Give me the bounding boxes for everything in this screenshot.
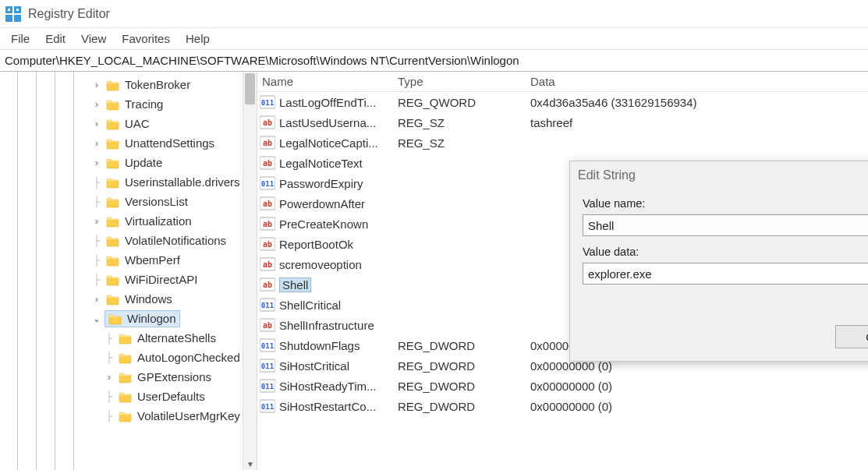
- tree-item-label: AlternateShells: [137, 331, 216, 345]
- tree-item[interactable]: ├WiFiDirectAPI: [86, 270, 257, 289]
- chevron-right-icon[interactable]: ›: [90, 216, 103, 227]
- tree-item[interactable]: ›UAC: [86, 114, 257, 133]
- tree-item[interactable]: ├AlternateShells: [86, 328, 257, 348]
- reg-string-icon: [259, 155, 276, 171]
- folder-icon: [106, 156, 120, 170]
- value-type: REG_DWORD: [398, 400, 530, 413]
- folder-icon: [106, 273, 120, 287]
- value-data: 0x00000000 (0): [530, 400, 868, 413]
- menu-file[interactable]: File: [5, 30, 36, 47]
- list-row[interactable]: LegalNoticeCapti...REG_SZ: [257, 133, 868, 153]
- tree-item-label: VolatileUserMgrKey: [137, 409, 240, 422]
- value-type: REG_DWORD: [398, 380, 530, 393]
- address-bar[interactable]: Computer\HKEY_LOCAL_MACHINE\SOFTWARE\Mic…: [0, 50, 868, 72]
- value-name-input[interactable]: [583, 214, 868, 236]
- reg-string-icon: [259, 216, 276, 231]
- tree-item[interactable]: ›Windows: [86, 289, 257, 309]
- folder-icon: [106, 214, 120, 228]
- chevron-down-icon[interactable]: ⌄: [90, 313, 103, 324]
- chevron-right-icon[interactable]: ›: [90, 138, 103, 149]
- tree-item-label: WbemPerf: [125, 253, 180, 267]
- tree-item[interactable]: ├VersionsList: [86, 192, 257, 211]
- tree-item[interactable]: ├UserDefaults: [86, 387, 257, 406]
- list-row[interactable]: LastUsedUserna...REG_SZtashreef: [257, 112, 868, 133]
- tree-item-label: UnattendSettings: [125, 136, 214, 150]
- tree-connector-icon: ├: [103, 352, 115, 363]
- value-type: REG_SZ: [398, 136, 530, 150]
- app-title: Registry Editor: [28, 7, 110, 21]
- list-row[interactable]: SiHostReadyTim...REG_DWORD0x00000000 (0): [257, 376, 868, 396]
- tree-item-label: Windows: [125, 292, 172, 306]
- tree-item[interactable]: ›Update: [86, 153, 257, 172]
- tree-item[interactable]: ⌄Winlogon: [86, 309, 257, 328]
- menu-edit[interactable]: Edit: [39, 30, 72, 47]
- chevron-right-icon[interactable]: ›: [90, 294, 103, 305]
- chevron-right-icon[interactable]: ›: [103, 372, 115, 383]
- tree-item[interactable]: ├VolatileUserMgrKey: [86, 406, 257, 426]
- reg-binary-icon: [259, 297, 276, 313]
- tree-item[interactable]: ›Virtualization: [86, 211, 257, 231]
- tree-item-label: AutoLogonChecked: [137, 351, 240, 364]
- value-name: LegalNoticeCapti...: [279, 136, 378, 150]
- tree-item[interactable]: ├VolatileNotifications: [86, 231, 257, 250]
- value-name: LegalNoticeText: [279, 157, 363, 170]
- reg-binary-icon: [259, 94, 276, 110]
- reg-binary-icon: [259, 358, 276, 373]
- tree-item-label: Userinstallable.drivers: [125, 175, 240, 189]
- chevron-right-icon[interactable]: ›: [90, 157, 103, 168]
- value-name: ShellCritical: [279, 299, 341, 312]
- title-bar: Registry Editor: [0, 0, 868, 28]
- chevron-right-icon[interactable]: ›: [90, 99, 103, 110]
- tree-item[interactable]: ├Userinstallable.drivers: [86, 172, 257, 192]
- menu-view[interactable]: View: [75, 30, 112, 47]
- menu-bar: File Edit View Favorites Help: [0, 28, 868, 50]
- col-header-data[interactable]: Data: [530, 75, 868, 88]
- list-row[interactable]: SiHostRestartCo...REG_DWORD0x00000000 (0…: [257, 396, 868, 416]
- folder-icon: [119, 351, 133, 365]
- reg-string-icon: [259, 256, 276, 272]
- tree-item[interactable]: ›TokenBroker: [86, 75, 257, 94]
- value-name: ShellInfrastructure: [279, 319, 374, 332]
- dialog-title-bar[interactable]: Edit String ✕: [570, 161, 868, 189]
- scroll-down-icon[interactable]: ▼: [246, 460, 254, 468]
- folder-icon: [106, 253, 120, 267]
- chevron-right-icon[interactable]: ›: [90, 118, 103, 129]
- folder-icon: [106, 292, 120, 306]
- reg-string-icon: [259, 135, 276, 150]
- scroll-thumb[interactable]: [245, 73, 255, 104]
- tree-item-label: VersionsList: [125, 195, 188, 208]
- tree[interactable]: ›TokenBroker›Tracing›UAC›UnattendSetting…: [86, 72, 257, 470]
- tree-item-label: WiFiDirectAPI: [125, 273, 197, 286]
- values-list[interactable]: Name Type Data LastLogOffEndTi...REG_QWO…: [257, 72, 868, 470]
- tree-scrollbar[interactable]: ▲ ▼: [243, 72, 257, 470]
- col-header-type[interactable]: Type: [398, 75, 530, 88]
- folder-icon: [106, 117, 120, 131]
- tree-connector-icon: ├: [103, 332, 115, 344]
- chevron-right-icon[interactable]: ›: [90, 80, 103, 90]
- col-header-name[interactable]: Name: [257, 75, 398, 88]
- tree-connector-icon: ├: [90, 235, 103, 246]
- tree-item-label: GPExtensions: [137, 370, 211, 383]
- value-data-input[interactable]: [583, 263, 868, 284]
- value-data: tashreef: [530, 116, 868, 129]
- value-name: PreCreateKnown: [279, 217, 368, 231]
- list-header[interactable]: Name Type Data: [257, 72, 868, 92]
- tree-item[interactable]: ›UnattendSettings: [86, 133, 257, 153]
- menu-help[interactable]: Help: [179, 30, 216, 47]
- reg-string-icon: [259, 196, 276, 211]
- tree-connector-icon: ├: [90, 254, 103, 266]
- value-name: SiHostRestartCo...: [279, 400, 376, 413]
- tree-item[interactable]: ├AutoLogonChecked: [86, 348, 257, 367]
- folder-icon: [119, 390, 133, 404]
- folder-icon: [106, 97, 120, 111]
- edit-string-dialog: Edit String ✕ Value name: Value data: OK…: [569, 161, 868, 362]
- list-row[interactable]: LastLogOffEndTi...REG_QWORD0x4d36a35a46 …: [257, 92, 868, 112]
- tree-item[interactable]: ├WbemPerf: [86, 250, 257, 270]
- value-name: ReportBootOk: [279, 238, 353, 251]
- reg-string-icon: [259, 317, 276, 333]
- tree-item[interactable]: ›GPExtensions: [86, 367, 257, 387]
- tree-item[interactable]: ›Tracing: [86, 94, 257, 114]
- menu-favorites[interactable]: Favorites: [115, 30, 176, 47]
- ok-button[interactable]: OK: [835, 325, 868, 348]
- tree-item-label: Update: [125, 156, 162, 169]
